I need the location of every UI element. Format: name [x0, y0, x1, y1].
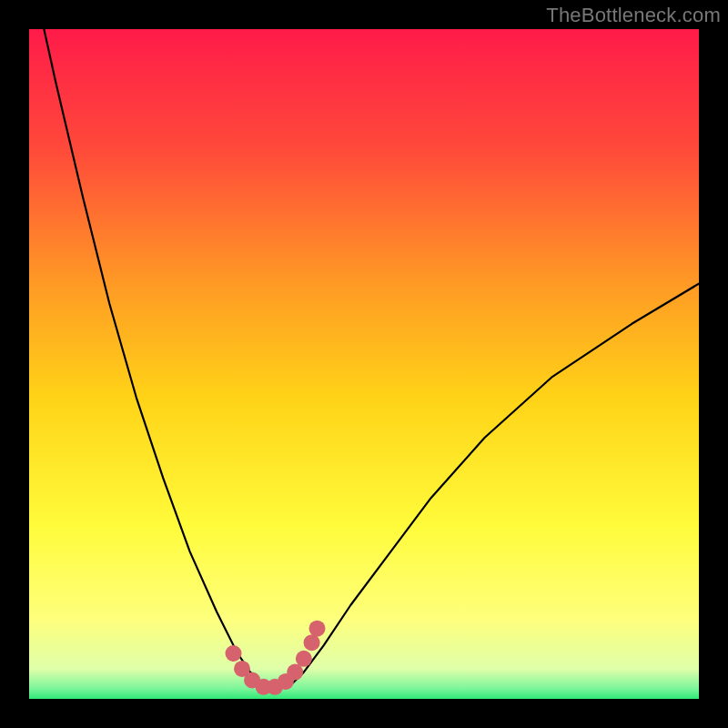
highlight-dot	[296, 651, 312, 667]
highlight-dot	[226, 645, 242, 662]
watermark-text: TheBottleneck.com	[546, 4, 721, 27]
plot-area	[29, 29, 699, 699]
plot-svg	[29, 29, 699, 699]
highlight-dot	[309, 621, 326, 637]
highlight-dot	[304, 634, 320, 651]
highlight-dot	[287, 664, 303, 681]
chart-frame: TheBottleneck.com	[0, 0, 728, 728]
gradient-background	[29, 29, 699, 699]
